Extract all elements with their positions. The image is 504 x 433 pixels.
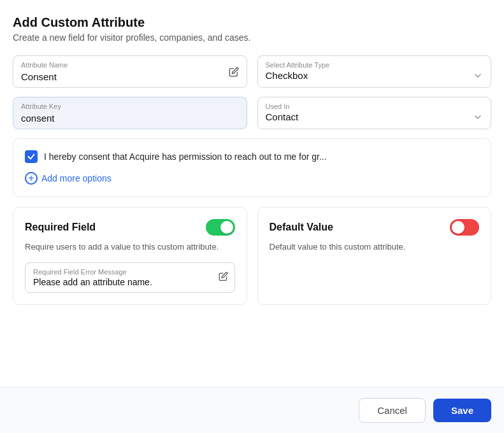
default-value-title: Default Value xyxy=(270,222,333,233)
used-in-value: Contact xyxy=(266,111,484,122)
form-row-1: Attribute Name Consent Select Attribute … xyxy=(13,55,491,88)
default-value-card: Default Value Default value to this cust… xyxy=(257,207,492,305)
add-more-options-button[interactable]: + Add more options xyxy=(25,172,479,185)
page-subtitle: Create a new field for visitor profiles,… xyxy=(13,32,491,43)
checkbox-option-row: I hereby consent that Acquire has permis… xyxy=(25,150,479,163)
consent-checkbox[interactable] xyxy=(25,150,38,163)
bottom-cards: Required Field Require users to add a va… xyxy=(13,207,491,305)
form-row-2: Attribute Key consent Used In Contact xyxy=(13,97,491,129)
page-container: Add Custom Attribute Create a new field … xyxy=(0,0,504,433)
error-message-field[interactable]: Required Field Error Message Please add … xyxy=(25,262,235,293)
attribute-key-label: Attribute Key xyxy=(21,103,239,110)
required-field-card-header: Required Field xyxy=(25,219,235,236)
required-field-card: Required Field Require users to add a va… xyxy=(13,207,247,305)
attribute-type-value: Checkbox xyxy=(266,70,484,81)
attribute-name-label: Attribute Name xyxy=(21,61,239,69)
attribute-key-value: consent xyxy=(21,111,239,124)
attribute-name-value: Consent xyxy=(21,70,239,82)
plus-icon: + xyxy=(25,172,38,185)
page-title: Add Custom Attribute xyxy=(13,15,491,30)
error-message-value: Please add an attribute name. xyxy=(33,277,227,287)
required-field-description: Require users to add a value to this cus… xyxy=(25,241,235,253)
checkbox-option-label: I hereby consent that Acquire has permis… xyxy=(44,152,327,162)
attribute-type-field[interactable]: Select Attribute Type Checkbox xyxy=(257,55,492,88)
edit-attribute-name-icon[interactable] xyxy=(229,66,239,78)
default-value-card-header: Default Value xyxy=(270,219,480,236)
attribute-type-label: Select Attribute Type xyxy=(266,61,484,69)
footer: Cancel Save xyxy=(0,387,504,433)
checkbox-section: I hereby consent that Acquire has permis… xyxy=(13,138,491,197)
default-value-description: Default value to this custom attribute. xyxy=(270,241,480,253)
edit-error-message-icon[interactable] xyxy=(219,271,228,283)
checkmark-icon xyxy=(27,153,35,160)
cancel-button[interactable]: Cancel xyxy=(359,398,426,423)
required-field-toggle[interactable] xyxy=(206,219,235,236)
save-button[interactable]: Save xyxy=(433,399,491,422)
used-in-field[interactable]: Used In Contact xyxy=(257,97,492,129)
add-more-options-label: Add more options xyxy=(41,173,112,183)
error-message-label: Required Field Error Message xyxy=(33,268,227,276)
required-field-title: Required Field xyxy=(25,222,96,233)
default-value-toggle[interactable] xyxy=(450,219,479,236)
used-in-label: Used In xyxy=(266,103,484,110)
attribute-key-field: Attribute Key consent xyxy=(13,97,247,129)
attribute-name-field[interactable]: Attribute Name Consent xyxy=(13,55,247,88)
chevron-down-icon xyxy=(473,71,483,81)
chevron-down-icon-2 xyxy=(473,112,483,122)
